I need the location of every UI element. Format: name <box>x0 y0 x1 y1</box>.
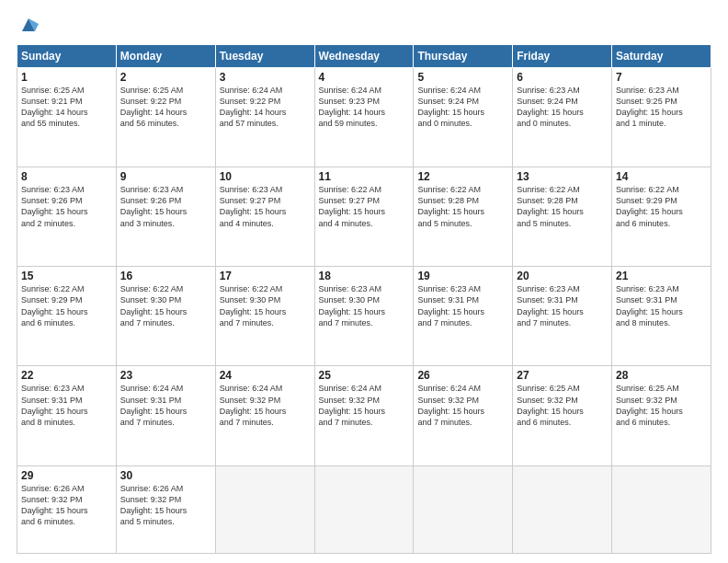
calendar-cell: 30Sunrise: 6:26 AM Sunset: 9:32 PM Dayli… <box>116 465 215 553</box>
day-number: 30 <box>120 469 211 482</box>
day-number: 6 <box>517 71 608 84</box>
weekday-header-row: SundayMondayTuesdayWednesdayThursdayFrid… <box>17 45 711 68</box>
calendar-cell: 22Sunrise: 6:23 AM Sunset: 9:31 PM Dayli… <box>17 366 117 465</box>
day-info: Sunrise: 6:23 AM Sunset: 9:31 PM Dayligh… <box>417 283 508 328</box>
weekday-header-sunday: Sunday <box>17 45 117 68</box>
calendar-cell <box>215 465 314 553</box>
weekday-header-friday: Friday <box>513 45 612 68</box>
calendar-cell: 14Sunrise: 6:22 AM Sunset: 9:29 PM Dayli… <box>612 167 711 267</box>
day-number: 8 <box>21 170 112 183</box>
calendar-cell: 27Sunrise: 6:25 AM Sunset: 9:32 PM Dayli… <box>513 366 612 465</box>
day-info: Sunrise: 6:23 AM Sunset: 9:31 PM Dayligh… <box>21 383 112 428</box>
day-number: 20 <box>517 270 608 282</box>
calendar-cell: 5Sunrise: 6:24 AM Sunset: 9:24 PM Daylig… <box>414 68 513 167</box>
calendar-cell: 1Sunrise: 6:25 AM Sunset: 9:21 PM Daylig… <box>17 68 117 167</box>
calendar-week-row: 29Sunrise: 6:26 AM Sunset: 9:32 PM Dayli… <box>17 465 711 553</box>
calendar-cell: 18Sunrise: 6:23 AM Sunset: 9:30 PM Dayli… <box>314 267 414 366</box>
day-info: Sunrise: 6:22 AM Sunset: 9:27 PM Dayligh… <box>319 184 410 229</box>
day-info: Sunrise: 6:23 AM Sunset: 9:26 PM Dayligh… <box>21 184 112 229</box>
day-number: 5 <box>417 71 508 84</box>
day-number: 28 <box>616 369 707 382</box>
header <box>17 17 711 35</box>
day-number: 16 <box>120 270 211 282</box>
day-info: Sunrise: 6:22 AM Sunset: 9:28 PM Dayligh… <box>517 184 608 229</box>
day-info: Sunrise: 6:24 AM Sunset: 9:31 PM Dayligh… <box>120 383 211 428</box>
day-info: Sunrise: 6:22 AM Sunset: 9:30 PM Dayligh… <box>220 283 311 328</box>
weekday-header-saturday: Saturday <box>612 45 711 68</box>
calendar-cell: 15Sunrise: 6:22 AM Sunset: 9:29 PM Dayli… <box>17 267 117 366</box>
calendar-cell <box>414 465 513 553</box>
day-info: Sunrise: 6:22 AM Sunset: 9:28 PM Dayligh… <box>417 184 508 229</box>
calendar-cell: 11Sunrise: 6:22 AM Sunset: 9:27 PM Dayli… <box>314 167 414 267</box>
day-number: 2 <box>120 71 211 84</box>
day-number: 19 <box>417 270 508 282</box>
day-info: Sunrise: 6:23 AM Sunset: 9:26 PM Dayligh… <box>120 184 211 229</box>
calendar-table: SundayMondayTuesdayWednesdayThursdayFrid… <box>17 44 711 554</box>
day-number: 15 <box>21 270 112 282</box>
day-info: Sunrise: 6:26 AM Sunset: 9:32 PM Dayligh… <box>120 483 211 528</box>
day-number: 22 <box>21 369 112 382</box>
day-info: Sunrise: 6:25 AM Sunset: 9:32 PM Dayligh… <box>616 383 707 428</box>
day-info: Sunrise: 6:23 AM Sunset: 9:27 PM Dayligh… <box>220 184 311 229</box>
day-number: 29 <box>21 469 112 482</box>
day-info: Sunrise: 6:25 AM Sunset: 9:21 PM Dayligh… <box>21 85 112 130</box>
calendar-cell: 10Sunrise: 6:23 AM Sunset: 9:27 PM Dayli… <box>215 167 314 267</box>
day-number: 27 <box>517 369 608 382</box>
weekday-header-tuesday: Tuesday <box>215 45 314 68</box>
day-number: 21 <box>616 270 707 282</box>
calendar-cell: 28Sunrise: 6:25 AM Sunset: 9:32 PM Dayli… <box>612 366 711 465</box>
calendar-cell: 17Sunrise: 6:22 AM Sunset: 9:30 PM Dayli… <box>215 267 314 366</box>
day-info: Sunrise: 6:24 AM Sunset: 9:32 PM Dayligh… <box>220 383 311 428</box>
calendar-cell: 7Sunrise: 6:23 AM Sunset: 9:25 PM Daylig… <box>612 68 711 167</box>
page: SundayMondayTuesdayWednesdayThursdayFrid… <box>0 0 728 563</box>
day-number: 9 <box>120 170 211 183</box>
calendar-cell <box>314 465 414 553</box>
day-info: Sunrise: 6:24 AM Sunset: 9:32 PM Dayligh… <box>319 383 410 428</box>
logo-icon <box>18 15 39 35</box>
calendar-cell: 13Sunrise: 6:22 AM Sunset: 9:28 PM Dayli… <box>513 167 612 267</box>
calendar-cell: 16Sunrise: 6:22 AM Sunset: 9:30 PM Dayli… <box>116 267 215 366</box>
day-info: Sunrise: 6:23 AM Sunset: 9:31 PM Dayligh… <box>616 283 707 328</box>
day-info: Sunrise: 6:24 AM Sunset: 9:22 PM Dayligh… <box>220 85 311 130</box>
calendar-cell: 20Sunrise: 6:23 AM Sunset: 9:31 PM Dayli… <box>513 267 612 366</box>
calendar-cell: 23Sunrise: 6:24 AM Sunset: 9:31 PM Dayli… <box>116 366 215 465</box>
day-number: 7 <box>616 71 707 84</box>
calendar-cell: 24Sunrise: 6:24 AM Sunset: 9:32 PM Dayli… <box>215 366 314 465</box>
day-info: Sunrise: 6:23 AM Sunset: 9:30 PM Dayligh… <box>319 283 410 328</box>
day-info: Sunrise: 6:26 AM Sunset: 9:32 PM Dayligh… <box>21 483 112 528</box>
day-number: 10 <box>220 170 311 183</box>
day-number: 17 <box>220 270 311 282</box>
calendar-cell: 3Sunrise: 6:24 AM Sunset: 9:22 PM Daylig… <box>215 68 314 167</box>
day-number: 18 <box>319 270 410 282</box>
calendar-week-row: 8Sunrise: 6:23 AM Sunset: 9:26 PM Daylig… <box>17 167 711 267</box>
day-number: 23 <box>120 369 211 382</box>
day-info: Sunrise: 6:22 AM Sunset: 9:30 PM Dayligh… <box>120 283 211 328</box>
calendar-cell: 2Sunrise: 6:25 AM Sunset: 9:22 PM Daylig… <box>116 68 215 167</box>
calendar-cell: 8Sunrise: 6:23 AM Sunset: 9:26 PM Daylig… <box>17 167 117 267</box>
day-number: 4 <box>319 71 410 84</box>
day-number: 11 <box>319 170 410 183</box>
weekday-header-thursday: Thursday <box>414 45 513 68</box>
calendar-cell: 25Sunrise: 6:24 AM Sunset: 9:32 PM Dayli… <box>314 366 414 465</box>
day-number: 26 <box>417 369 508 382</box>
day-info: Sunrise: 6:23 AM Sunset: 9:31 PM Dayligh… <box>517 283 608 328</box>
day-info: Sunrise: 6:24 AM Sunset: 9:23 PM Dayligh… <box>319 85 410 130</box>
calendar-week-row: 22Sunrise: 6:23 AM Sunset: 9:31 PM Dayli… <box>17 366 711 465</box>
calendar-cell: 12Sunrise: 6:22 AM Sunset: 9:28 PM Dayli… <box>414 167 513 267</box>
calendar-cell: 26Sunrise: 6:24 AM Sunset: 9:32 PM Dayli… <box>414 366 513 465</box>
day-number: 12 <box>417 170 508 183</box>
day-info: Sunrise: 6:25 AM Sunset: 9:32 PM Dayligh… <box>517 383 608 428</box>
day-number: 14 <box>616 170 707 183</box>
day-number: 24 <box>220 369 311 382</box>
day-info: Sunrise: 6:24 AM Sunset: 9:32 PM Dayligh… <box>417 383 508 428</box>
day-info: Sunrise: 6:25 AM Sunset: 9:22 PM Dayligh… <box>120 85 211 130</box>
day-number: 25 <box>319 369 410 382</box>
day-number: 13 <box>517 170 608 183</box>
day-info: Sunrise: 6:22 AM Sunset: 9:29 PM Dayligh… <box>21 283 112 328</box>
calendar-cell: 29Sunrise: 6:26 AM Sunset: 9:32 PM Dayli… <box>17 465 117 553</box>
calendar-cell <box>612 465 711 553</box>
calendar-cell: 6Sunrise: 6:23 AM Sunset: 9:24 PM Daylig… <box>513 68 612 167</box>
day-number: 3 <box>220 71 311 84</box>
day-number: 1 <box>21 71 112 84</box>
calendar-cell: 9Sunrise: 6:23 AM Sunset: 9:26 PM Daylig… <box>116 167 215 267</box>
